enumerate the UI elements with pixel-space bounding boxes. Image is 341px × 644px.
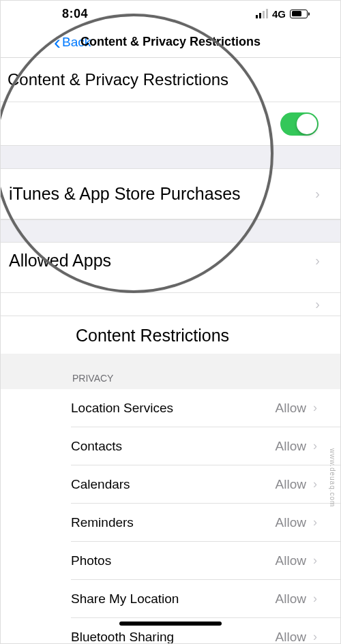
row-label: Location Services xyxy=(71,401,173,416)
chevron-right-icon: › xyxy=(315,186,320,202)
section-gap xyxy=(1,219,340,243)
row-label: Calendars xyxy=(71,477,130,492)
restrictions-toggle-row xyxy=(1,102,340,146)
chevron-right-icon: › xyxy=(313,439,317,453)
content-restrictions-row-chevron[interactable]: › xyxy=(1,293,340,316)
itunes-purchases-row[interactable]: iTunes & App Store Purchases › xyxy=(1,169,340,219)
chevron-right-icon: › xyxy=(313,401,317,415)
nav-bar: ‹ Back Content & Privacy Restrictions xyxy=(1,27,340,58)
row-label: Photos xyxy=(71,553,111,568)
row-label: iTunes & App Store Purchases xyxy=(9,184,241,204)
privacy-section-header: PRIVACY xyxy=(1,354,340,389)
section-gap xyxy=(1,146,340,169)
row-value: Allow xyxy=(276,477,306,492)
chevron-right-icon: › xyxy=(315,253,320,269)
screenshot: 8:04 4G ‹ Back Content & Privacy Restric… xyxy=(0,0,341,644)
chevron-left-icon: ‹ xyxy=(54,32,61,52)
home-indicator[interactable] xyxy=(119,622,222,626)
row-value: Allow xyxy=(276,630,306,645)
list-item[interactable]: Reminders Allow› xyxy=(71,504,340,542)
chevron-right-icon: › xyxy=(313,592,317,606)
row-label: Reminders xyxy=(71,515,134,530)
watermark: www.deuaq.com xyxy=(329,448,336,507)
privacy-list: Location Services Allow› Contacts Allow›… xyxy=(1,389,340,644)
list-item[interactable]: Location Services Allow› xyxy=(71,389,340,427)
row-label: Share My Location xyxy=(71,592,179,607)
page-title: Content & Privacy Restrictions xyxy=(1,58,340,102)
list-item[interactable]: Contacts Allow› xyxy=(71,427,340,465)
row-value: Allow xyxy=(276,439,306,454)
back-label: Back xyxy=(62,35,91,50)
row-value: Allow xyxy=(276,401,306,416)
battery-icon xyxy=(290,10,308,18)
row-label: Allowed Apps xyxy=(9,251,111,271)
chevron-right-icon: › xyxy=(313,477,317,491)
chevron-right-icon: › xyxy=(313,515,317,530)
row-value: Allow xyxy=(276,515,306,530)
list-item[interactable]: Photos Allow› xyxy=(71,542,340,580)
content-restrictions-label: Content Restrictions xyxy=(1,316,340,354)
status-right: 4G xyxy=(256,8,308,20)
list-item[interactable]: Calendars Allow› xyxy=(71,465,340,504)
chevron-right-icon: › xyxy=(313,630,317,644)
row-label: Bluetooth Sharing xyxy=(71,630,174,645)
back-button[interactable]: ‹ Back xyxy=(54,32,91,52)
row-label: Contacts xyxy=(71,439,122,454)
allowed-apps-row[interactable]: Allowed Apps › xyxy=(1,243,340,293)
status-time: 8:04 xyxy=(62,7,88,21)
nav-title: Content & Privacy Restrictions xyxy=(1,35,340,49)
restrictions-toggle[interactable] xyxy=(280,112,318,136)
chevron-right-icon: › xyxy=(313,553,317,568)
signal-icon xyxy=(256,9,268,18)
list-item[interactable]: Share My Location Allow› xyxy=(71,580,340,618)
status-bar: 8:04 4G xyxy=(1,1,340,27)
row-value: Allow xyxy=(276,553,306,568)
chevron-right-icon: › xyxy=(315,296,320,312)
row-value: Allow xyxy=(276,592,306,607)
network-label: 4G xyxy=(272,8,286,20)
